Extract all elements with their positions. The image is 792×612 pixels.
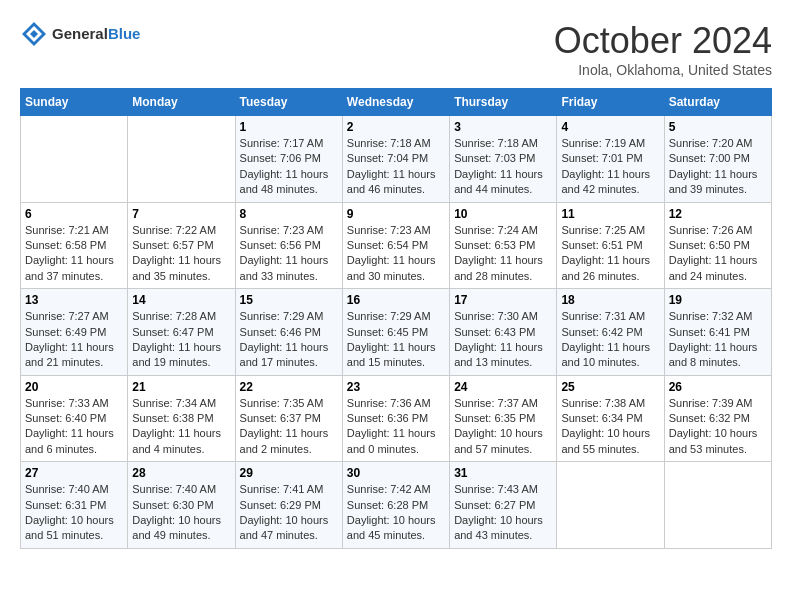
day-number: 25 xyxy=(561,380,659,394)
day-number: 17 xyxy=(454,293,552,307)
week-row-3: 13 Sunrise: 7:27 AMSunset: 6:49 PMDaylig… xyxy=(21,289,772,376)
day-number: 30 xyxy=(347,466,445,480)
calendar-cell: 7 Sunrise: 7:22 AMSunset: 6:57 PMDayligh… xyxy=(128,202,235,289)
day-info: Sunrise: 7:20 AMSunset: 7:00 PMDaylight:… xyxy=(669,136,767,198)
day-info: Sunrise: 7:24 AMSunset: 6:53 PMDaylight:… xyxy=(454,223,552,285)
calendar-cell: 29 Sunrise: 7:41 AMSunset: 6:29 PMDaylig… xyxy=(235,462,342,549)
calendar-cell: 18 Sunrise: 7:31 AMSunset: 6:42 PMDaylig… xyxy=(557,289,664,376)
day-info: Sunrise: 7:21 AMSunset: 6:58 PMDaylight:… xyxy=(25,223,123,285)
calendar-cell: 19 Sunrise: 7:32 AMSunset: 6:41 PMDaylig… xyxy=(664,289,771,376)
title-block: October 2024 Inola, Oklahoma, United Sta… xyxy=(554,20,772,78)
week-row-4: 20 Sunrise: 7:33 AMSunset: 6:40 PMDaylig… xyxy=(21,375,772,462)
day-info: Sunrise: 7:35 AMSunset: 6:37 PMDaylight:… xyxy=(240,396,338,458)
calendar-cell xyxy=(664,462,771,549)
calendar-cell: 25 Sunrise: 7:38 AMSunset: 6:34 PMDaylig… xyxy=(557,375,664,462)
calendar-cell: 15 Sunrise: 7:29 AMSunset: 6:46 PMDaylig… xyxy=(235,289,342,376)
day-number: 22 xyxy=(240,380,338,394)
day-info: Sunrise: 7:34 AMSunset: 6:38 PMDaylight:… xyxy=(132,396,230,458)
calendar-cell: 26 Sunrise: 7:39 AMSunset: 6:32 PMDaylig… xyxy=(664,375,771,462)
calendar-cell: 28 Sunrise: 7:40 AMSunset: 6:30 PMDaylig… xyxy=(128,462,235,549)
column-header-saturday: Saturday xyxy=(664,89,771,116)
week-row-2: 6 Sunrise: 7:21 AMSunset: 6:58 PMDayligh… xyxy=(21,202,772,289)
calendar-cell: 23 Sunrise: 7:36 AMSunset: 6:36 PMDaylig… xyxy=(342,375,449,462)
day-info: Sunrise: 7:41 AMSunset: 6:29 PMDaylight:… xyxy=(240,482,338,544)
day-number: 31 xyxy=(454,466,552,480)
calendar-cell: 6 Sunrise: 7:21 AMSunset: 6:58 PMDayligh… xyxy=(21,202,128,289)
day-info: Sunrise: 7:36 AMSunset: 6:36 PMDaylight:… xyxy=(347,396,445,458)
calendar-cell: 8 Sunrise: 7:23 AMSunset: 6:56 PMDayligh… xyxy=(235,202,342,289)
day-number: 19 xyxy=(669,293,767,307)
day-info: Sunrise: 7:25 AMSunset: 6:51 PMDaylight:… xyxy=(561,223,659,285)
calendar-cell: 1 Sunrise: 7:17 AMSunset: 7:06 PMDayligh… xyxy=(235,116,342,203)
calendar-cell: 3 Sunrise: 7:18 AMSunset: 7:03 PMDayligh… xyxy=(450,116,557,203)
week-row-5: 27 Sunrise: 7:40 AMSunset: 6:31 PMDaylig… xyxy=(21,462,772,549)
day-info: Sunrise: 7:37 AMSunset: 6:35 PMDaylight:… xyxy=(454,396,552,458)
calendar-cell: 27 Sunrise: 7:40 AMSunset: 6:31 PMDaylig… xyxy=(21,462,128,549)
day-info: Sunrise: 7:18 AMSunset: 7:03 PMDaylight:… xyxy=(454,136,552,198)
calendar-cell xyxy=(128,116,235,203)
calendar-cell: 31 Sunrise: 7:43 AMSunset: 6:27 PMDaylig… xyxy=(450,462,557,549)
day-number: 10 xyxy=(454,207,552,221)
column-header-sunday: Sunday xyxy=(21,89,128,116)
day-info: Sunrise: 7:18 AMSunset: 7:04 PMDaylight:… xyxy=(347,136,445,198)
day-number: 29 xyxy=(240,466,338,480)
day-info: Sunrise: 7:23 AMSunset: 6:56 PMDaylight:… xyxy=(240,223,338,285)
day-number: 26 xyxy=(669,380,767,394)
calendar-cell: 9 Sunrise: 7:23 AMSunset: 6:54 PMDayligh… xyxy=(342,202,449,289)
day-number: 12 xyxy=(669,207,767,221)
day-info: Sunrise: 7:23 AMSunset: 6:54 PMDaylight:… xyxy=(347,223,445,285)
logo-blue: Blue xyxy=(108,25,141,42)
calendar-cell: 2 Sunrise: 7:18 AMSunset: 7:04 PMDayligh… xyxy=(342,116,449,203)
day-info: Sunrise: 7:29 AMSunset: 6:45 PMDaylight:… xyxy=(347,309,445,371)
column-header-monday: Monday xyxy=(128,89,235,116)
day-info: Sunrise: 7:38 AMSunset: 6:34 PMDaylight:… xyxy=(561,396,659,458)
calendar-cell: 5 Sunrise: 7:20 AMSunset: 7:00 PMDayligh… xyxy=(664,116,771,203)
calendar-cell: 21 Sunrise: 7:34 AMSunset: 6:38 PMDaylig… xyxy=(128,375,235,462)
page-header: GeneralBlue October 2024 Inola, Oklahoma… xyxy=(20,20,772,78)
calendar-cell: 17 Sunrise: 7:30 AMSunset: 6:43 PMDaylig… xyxy=(450,289,557,376)
logo-general: General xyxy=(52,25,108,42)
day-number: 14 xyxy=(132,293,230,307)
day-info: Sunrise: 7:29 AMSunset: 6:46 PMDaylight:… xyxy=(240,309,338,371)
day-number: 24 xyxy=(454,380,552,394)
day-number: 11 xyxy=(561,207,659,221)
logo: GeneralBlue xyxy=(20,20,140,48)
calendar-cell: 11 Sunrise: 7:25 AMSunset: 6:51 PMDaylig… xyxy=(557,202,664,289)
calendar-cell: 12 Sunrise: 7:26 AMSunset: 6:50 PMDaylig… xyxy=(664,202,771,289)
calendar-cell: 30 Sunrise: 7:42 AMSunset: 6:28 PMDaylig… xyxy=(342,462,449,549)
day-number: 16 xyxy=(347,293,445,307)
day-info: Sunrise: 7:17 AMSunset: 7:06 PMDaylight:… xyxy=(240,136,338,198)
calendar-cell: 10 Sunrise: 7:24 AMSunset: 6:53 PMDaylig… xyxy=(450,202,557,289)
day-number: 7 xyxy=(132,207,230,221)
day-number: 1 xyxy=(240,120,338,134)
day-number: 9 xyxy=(347,207,445,221)
column-headers: SundayMondayTuesdayWednesdayThursdayFrid… xyxy=(21,89,772,116)
day-number: 20 xyxy=(25,380,123,394)
day-info: Sunrise: 7:39 AMSunset: 6:32 PMDaylight:… xyxy=(669,396,767,458)
day-info: Sunrise: 7:43 AMSunset: 6:27 PMDaylight:… xyxy=(454,482,552,544)
calendar-cell: 4 Sunrise: 7:19 AMSunset: 7:01 PMDayligh… xyxy=(557,116,664,203)
day-number: 6 xyxy=(25,207,123,221)
calendar-cell: 14 Sunrise: 7:28 AMSunset: 6:47 PMDaylig… xyxy=(128,289,235,376)
calendar-cell: 13 Sunrise: 7:27 AMSunset: 6:49 PMDaylig… xyxy=(21,289,128,376)
column-header-thursday: Thursday xyxy=(450,89,557,116)
day-number: 18 xyxy=(561,293,659,307)
day-info: Sunrise: 7:28 AMSunset: 6:47 PMDaylight:… xyxy=(132,309,230,371)
day-number: 13 xyxy=(25,293,123,307)
day-number: 3 xyxy=(454,120,552,134)
calendar-table: SundayMondayTuesdayWednesdayThursdayFrid… xyxy=(20,88,772,549)
week-row-1: 1 Sunrise: 7:17 AMSunset: 7:06 PMDayligh… xyxy=(21,116,772,203)
day-info: Sunrise: 7:27 AMSunset: 6:49 PMDaylight:… xyxy=(25,309,123,371)
day-info: Sunrise: 7:32 AMSunset: 6:41 PMDaylight:… xyxy=(669,309,767,371)
day-info: Sunrise: 7:33 AMSunset: 6:40 PMDaylight:… xyxy=(25,396,123,458)
column-header-friday: Friday xyxy=(557,89,664,116)
calendar-cell: 20 Sunrise: 7:33 AMSunset: 6:40 PMDaylig… xyxy=(21,375,128,462)
month-title: October 2024 xyxy=(554,20,772,62)
day-number: 2 xyxy=(347,120,445,134)
day-number: 27 xyxy=(25,466,123,480)
day-number: 8 xyxy=(240,207,338,221)
day-number: 21 xyxy=(132,380,230,394)
calendar-cell xyxy=(557,462,664,549)
day-info: Sunrise: 7:31 AMSunset: 6:42 PMDaylight:… xyxy=(561,309,659,371)
day-number: 23 xyxy=(347,380,445,394)
